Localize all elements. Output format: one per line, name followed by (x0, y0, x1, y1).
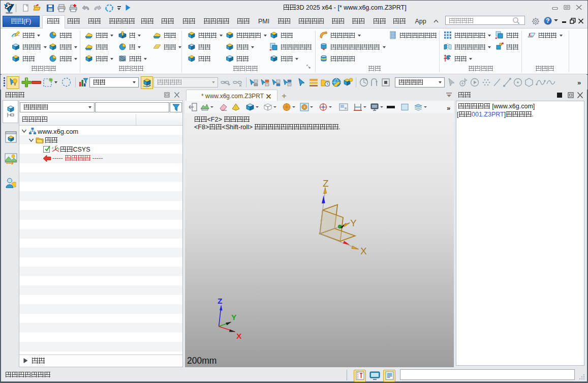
svg-text:X: X (236, 332, 242, 340)
svg-text:Z: Z (323, 178, 329, 189)
svg-text:X: X (360, 246, 367, 256)
svg-text:Z: Z (218, 297, 223, 305)
svg-text:Z: Z (52, 146, 53, 150)
svg-text:Y: Y (350, 218, 357, 228)
svg-text:Y: Y (231, 313, 237, 321)
